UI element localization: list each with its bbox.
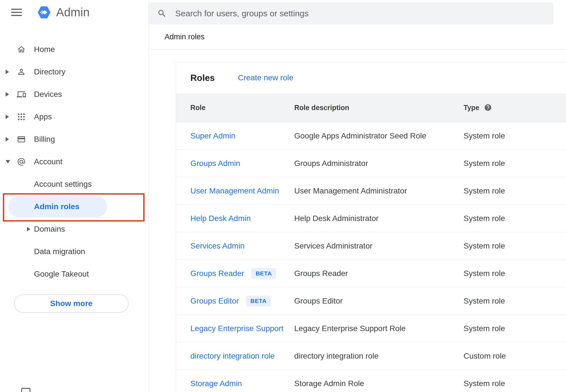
search-bar bbox=[149, 2, 554, 25]
role-type: System role bbox=[464, 241, 566, 250]
expand-arrow-icon bbox=[6, 92, 9, 97]
sidebar-item-label: Account settings bbox=[34, 180, 92, 189]
table-row[interactable]: Super Admin Google Apps Administrator Se… bbox=[176, 122, 566, 150]
sidebar-item-label: Directory bbox=[34, 67, 65, 76]
sidebar-item-admin-roles[interactable]: Admin roles bbox=[0, 195, 149, 218]
role-link[interactable]: Help Desk Admin bbox=[190, 214, 251, 223]
role-link[interactable]: directory integration role bbox=[190, 352, 275, 361]
sidebar: Admin Home Directory Devices bbox=[0, 0, 149, 392]
menu-icon[interactable] bbox=[11, 9, 22, 16]
collapse-arrow-icon bbox=[6, 160, 10, 163]
role-link[interactable]: User Management Admin bbox=[190, 186, 279, 195]
role-description: Services Administrator bbox=[294, 241, 464, 250]
role-description: Groups Editor bbox=[294, 297, 464, 306]
role-link[interactable]: Groups Admin bbox=[190, 159, 240, 168]
sidebar-item-data-migration[interactable]: Data migration bbox=[0, 240, 149, 263]
role-description: Legacy Enterprise Support Role bbox=[294, 324, 464, 333]
devices-icon bbox=[16, 90, 27, 99]
bottom-partial-icon bbox=[20, 387, 31, 392]
role-type: System role bbox=[464, 324, 566, 333]
sidebar-item-google-takeout[interactable]: Google Takeout bbox=[0, 263, 149, 285]
show-more-button[interactable]: Show more bbox=[14, 294, 129, 313]
home-icon bbox=[16, 45, 27, 54]
roles-table-body: Super Admin Google Apps Administrator Se… bbox=[176, 122, 566, 392]
sidebar-item-account-settings[interactable]: Account settings bbox=[0, 173, 149, 195]
sidebar-item-billing[interactable]: Billing bbox=[0, 128, 149, 151]
sidebar-item-label: Account bbox=[34, 157, 62, 166]
role-type: System role bbox=[464, 186, 566, 195]
sidebar-item-label: Billing bbox=[34, 135, 55, 144]
sidebar-item-home[interactable]: Home bbox=[0, 38, 149, 61]
role-description: Google Apps Administrator Seed Role bbox=[294, 131, 464, 140]
expand-arrow-icon bbox=[6, 115, 9, 119]
role-link[interactable]: Groups Editor bbox=[190, 297, 239, 306]
sidebar-nav: Home Directory Devices bbox=[0, 25, 149, 313]
role-description: Storage Admin Role bbox=[294, 379, 464, 388]
roles-card-header: Roles Create new role bbox=[176, 62, 566, 93]
role-type: System role bbox=[464, 269, 566, 278]
billing-card-icon bbox=[16, 135, 27, 144]
roles-card: Roles Create new role Role Role descript… bbox=[176, 62, 566, 392]
sidebar-item-label: Data migration bbox=[34, 247, 85, 256]
app-logo: Admin bbox=[36, 5, 90, 20]
role-description: directory integration role bbox=[294, 352, 464, 361]
table-row[interactable]: Legacy Enterprise Support Legacy Enterpr… bbox=[176, 315, 566, 342]
table-row[interactable]: Storage Admin Storage Admin Role System … bbox=[176, 370, 566, 392]
breadcrumb: Admin roles bbox=[165, 25, 205, 49]
role-link[interactable]: Super Admin bbox=[190, 131, 235, 140]
expand-arrow-icon bbox=[6, 70, 9, 74]
table-row[interactable]: directory integration role directory int… bbox=[176, 342, 566, 370]
sidebar-item-label: Admin roles bbox=[34, 202, 79, 211]
sidebar-header: Admin bbox=[0, 0, 149, 25]
column-header-description: Role description bbox=[294, 104, 464, 112]
sidebar-item-label: Home bbox=[34, 45, 55, 54]
beta-badge: BETA bbox=[246, 296, 271, 306]
role-description: Help Desk Administrator bbox=[294, 214, 464, 223]
expand-arrow-icon bbox=[6, 137, 9, 142]
sidebar-item-apps[interactable]: Apps bbox=[0, 106, 149, 128]
admin-logo-icon bbox=[36, 5, 52, 20]
role-link[interactable]: Groups Reader bbox=[190, 269, 244, 278]
table-row[interactable]: Services Admin Services Administrator Sy… bbox=[176, 232, 566, 260]
account-at-icon bbox=[16, 157, 27, 166]
search-input[interactable] bbox=[175, 9, 545, 18]
sidebar-item-label: Apps bbox=[34, 112, 52, 121]
page-title: Roles bbox=[190, 73, 215, 83]
apps-grid-icon bbox=[16, 112, 27, 121]
table-header-row: Role Role description Type bbox=[176, 93, 566, 122]
sidebar-item-domains[interactable]: Domains bbox=[0, 218, 149, 240]
role-type: System role bbox=[464, 131, 566, 140]
role-link[interactable]: Storage Admin bbox=[190, 379, 242, 388]
role-description: Groups Reader bbox=[294, 269, 464, 278]
role-type: System role bbox=[464, 379, 566, 388]
sidebar-item-account[interactable]: Account bbox=[0, 151, 149, 173]
role-type: System role bbox=[464, 159, 566, 168]
table-row[interactable]: User Management Admin User Management Ad… bbox=[176, 177, 566, 205]
role-type: System role bbox=[464, 297, 566, 306]
table-row[interactable]: Groups Admin Groups Administrator System… bbox=[176, 150, 566, 177]
sidebar-item-label: Domains bbox=[34, 225, 65, 234]
role-type: System role bbox=[464, 214, 566, 223]
expand-arrow-icon bbox=[27, 227, 30, 231]
sidebar-item-directory[interactable]: Directory bbox=[0, 61, 149, 83]
role-link[interactable]: Services Admin bbox=[190, 241, 245, 250]
help-icon[interactable] bbox=[484, 104, 492, 111]
table-row[interactable]: Groups Editor BETA Groups Editor System … bbox=[176, 287, 566, 315]
column-header-type: Type bbox=[464, 104, 480, 112]
beta-badge: BETA bbox=[251, 268, 276, 279]
app-title: Admin bbox=[56, 6, 90, 19]
create-new-role-link[interactable]: Create new role bbox=[238, 73, 293, 82]
column-header-role: Role bbox=[190, 104, 294, 112]
sidebar-item-label: Devices bbox=[34, 90, 62, 99]
table-row[interactable]: Groups Reader BETA Groups Reader System … bbox=[176, 260, 566, 287]
divider bbox=[149, 49, 566, 49]
role-description: Groups Administrator bbox=[294, 159, 464, 168]
role-type: Custom role bbox=[464, 352, 566, 361]
directory-icon bbox=[16, 67, 27, 76]
search-icon bbox=[157, 9, 167, 18]
role-link[interactable]: Legacy Enterprise Support bbox=[190, 324, 284, 333]
sidebar-item-devices[interactable]: Devices bbox=[0, 83, 149, 106]
table-row[interactable]: Help Desk Admin Help Desk Administrator … bbox=[176, 205, 566, 232]
role-description: User Management Administrator bbox=[294, 186, 464, 195]
sidebar-item-label: Google Takeout bbox=[34, 270, 89, 279]
